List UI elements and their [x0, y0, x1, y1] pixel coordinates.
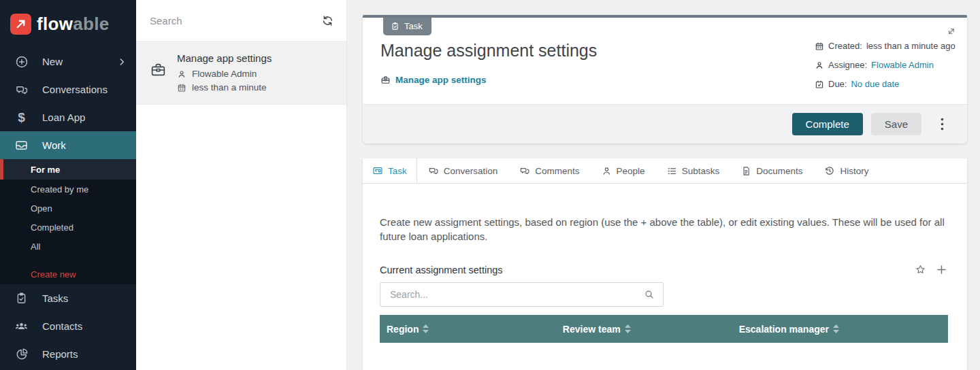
task-list-item-time-row: less than a minute — [177, 82, 272, 92]
subnav-item-created-by-me[interactable]: Created by me — [0, 180, 136, 199]
sort-icon — [833, 324, 839, 333]
flowable-logo-icon — [10, 14, 31, 35]
settings-table-header: Region Review team Escalation manager — [380, 315, 948, 343]
task-list-item-assignee: Flowable Admin — [192, 69, 257, 79]
task-header-body: Manage assignment settings Manage app se… — [363, 18, 967, 104]
sidebar-item-new[interactable]: New — [0, 48, 136, 75]
sidebar-item-label: Contacts — [42, 320, 82, 332]
task-detail-card: Task Conversation Comments — [363, 158, 967, 370]
person-icon — [602, 166, 612, 176]
parent-case-link[interactable]: Manage app settings — [395, 75, 487, 85]
briefcase-icon — [150, 61, 167, 96]
created-row: Created: less than a minute ago — [815, 41, 948, 51]
document-icon — [741, 166, 751, 176]
sort-icon — [625, 324, 631, 333]
sidebar-item-contacts[interactable]: Contacts — [0, 312, 136, 340]
detail-content: Create new assigment settings, based on … — [363, 184, 967, 343]
work-subnav: For me Created by me Open Completed All … — [0, 159, 136, 284]
calendar-icon — [815, 41, 824, 51]
task-meta: Created: less than a minute ago Assignee… — [815, 41, 948, 89]
subnav-item-completed[interactable]: Completed — [0, 218, 136, 237]
page-title: Manage assignment settings — [380, 41, 597, 61]
sidebar-item-loan-app[interactable]: $ Loan App — [0, 103, 136, 131]
subnav-item-create-new[interactable]: Create new — [0, 265, 136, 284]
add-row-plus-icon[interactable] — [935, 263, 948, 276]
sidebar-item-conversations[interactable]: Conversations — [0, 75, 136, 103]
pie-chart-icon — [14, 348, 29, 361]
sidebar-item-reports[interactable]: Reports — [0, 340, 136, 368]
section-title: Current assignment settings — [380, 265, 503, 275]
section-header: Current assignment settings — [380, 263, 948, 276]
task-header-left: Manage assignment settings Manage app se… — [380, 41, 597, 89]
tab-documents[interactable]: Documents — [730, 158, 813, 183]
chat-bubbles-icon — [14, 83, 29, 97]
flowable-logo: flowable — [0, 0, 136, 48]
main-content: Task Manage assignment settings Manage a… — [347, 0, 980, 370]
task-actions-bar: Complete Save — [363, 104, 967, 144]
sort-icon — [423, 324, 429, 333]
star-icon[interactable] — [915, 264, 926, 275]
plus-circle-icon — [14, 55, 29, 69]
column-header-region[interactable]: Region — [380, 324, 556, 335]
app-root: flowable New Conversations $ Loan App — [0, 0, 980, 370]
save-button[interactable]: Save — [871, 113, 921, 135]
chevron-right-icon — [117, 57, 127, 67]
task-type-badge: Task — [383, 18, 431, 35]
parent-case-row: Manage app settings — [380, 75, 597, 85]
task-description: Create new assigment settings, based on … — [380, 215, 948, 243]
clipboard-icon — [391, 22, 399, 31]
list-search-input[interactable] — [148, 14, 321, 27]
task-header-card: Task Manage assignment settings Manage a… — [363, 15, 967, 144]
chat-bubbles-icon — [428, 165, 439, 176]
task-list-item-title: Manage app settings — [177, 52, 272, 64]
detail-tabs: Task Conversation Comments — [363, 158, 967, 184]
tab-comments[interactable]: Comments — [508, 158, 590, 183]
assignee-label: Assignee: — [828, 60, 867, 70]
sidebar-item-label: Tasks — [42, 292, 68, 304]
sidebar-item-label: Work — [42, 139, 66, 151]
briefcase-icon — [380, 75, 391, 85]
sidebar-item-work[interactable]: Work — [0, 131, 136, 159]
tab-subtasks[interactable]: Subtasks — [656, 158, 731, 183]
kebab-menu-icon[interactable] — [935, 115, 949, 133]
task-list-item-assignee-row: Flowable Admin — [177, 69, 272, 79]
search-icon[interactable] — [644, 289, 655, 300]
list-icon — [667, 166, 677, 176]
table-search-box — [380, 282, 664, 307]
column-header-review-team[interactable]: Review team — [556, 324, 732, 335]
tab-conversation[interactable]: Conversation — [417, 158, 509, 183]
sidebar-item-tasks[interactable]: Tasks — [0, 284, 136, 312]
inbox-tray-icon — [14, 138, 29, 152]
calendar-check-icon — [815, 80, 824, 89]
dollar-icon: $ — [14, 111, 29, 124]
subnav-item-all[interactable]: All — [0, 237, 136, 256]
tab-people[interactable]: People — [591, 158, 656, 183]
assignee-row: Assignee: Flowable Admin — [815, 60, 948, 70]
sidebar-item-label: Conversations — [42, 84, 108, 95]
subnav-item-for-me[interactable]: For me — [0, 159, 136, 180]
sidebar-item-label: Reports — [42, 348, 78, 360]
column-header-escalation-manager[interactable]: Escalation manager — [732, 324, 948, 335]
tab-history[interactable]: History — [813, 158, 879, 183]
due-link[interactable]: No due date — [851, 79, 899, 89]
refresh-icon[interactable] — [321, 14, 334, 27]
subnav-item-open[interactable]: Open — [0, 199, 136, 218]
assignee-link[interactable]: Flowable Admin — [871, 60, 934, 70]
task-list-item[interactable]: Manage app settings Flowable Admin less … — [136, 41, 346, 105]
clipboard-check-icon — [14, 292, 29, 305]
sidebar-item-label: Loan App — [42, 112, 85, 123]
created-label: Created: — [828, 41, 862, 51]
people-group-icon — [14, 319, 29, 333]
expand-icon[interactable] — [946, 26, 957, 37]
table-search-input[interactable] — [389, 288, 644, 301]
sidebar-item-label: New — [42, 56, 63, 67]
task-list-item-content: Manage app settings Flowable Admin less … — [177, 52, 272, 96]
person-icon — [177, 69, 186, 79]
created-value: less than a minute ago — [866, 41, 956, 51]
list-search-row — [136, 0, 346, 41]
complete-button[interactable]: Complete — [792, 113, 863, 135]
tab-task[interactable]: Task — [363, 158, 417, 183]
form-card-icon — [372, 165, 383, 176]
due-label: Due: — [828, 79, 847, 89]
chat-bubbles-icon — [519, 165, 530, 176]
